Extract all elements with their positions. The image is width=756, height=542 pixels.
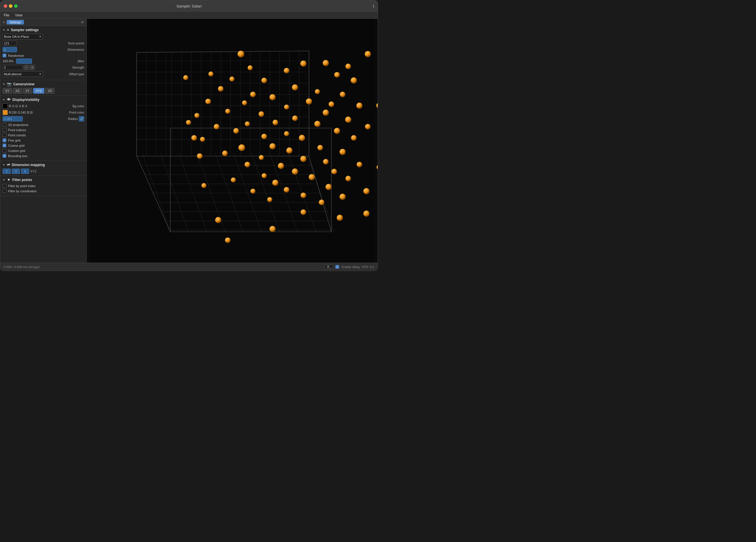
svg-point-66 [365, 51, 371, 57]
fine-grid-row: Fine grid [3, 138, 84, 142]
close-button[interactable] [4, 4, 7, 8]
point-coords-row: Point coords [3, 133, 84, 137]
svg-point-144 [225, 237, 230, 243]
timing-status: 0.000 / 0.000 ms (inf pps) [4, 265, 40, 269]
camera-icon: 📷 [7, 82, 12, 86]
jitter-row: 100.0% Jitter [3, 58, 84, 64]
1d-projections-row: 1D projections [3, 122, 84, 127]
strength-increase-button[interactable]: + [30, 65, 35, 70]
svg-point-91 [356, 103, 362, 109]
svg-point-86 [242, 100, 247, 105]
svg-point-106 [334, 128, 340, 134]
fps-label: FPS: 9.1 [362, 265, 374, 269]
custom-grid-checkbox[interactable] [3, 149, 6, 152]
svg-point-65 [237, 51, 244, 57]
close-tab-icon[interactable]: ✕ [81, 20, 84, 24]
svg-point-127 [331, 169, 337, 174]
svg-point-111 [200, 137, 205, 142]
strength-decrease-button[interactable]: − [24, 65, 29, 70]
point-coords-label: Point coords [8, 133, 26, 137]
jitter-label: Jitter [77, 59, 84, 63]
camera-zy-button[interactable]: ZY [23, 88, 32, 94]
dim-map-row: XYZ [3, 169, 84, 174]
point-coords-checkbox[interactable] [3, 133, 6, 137]
jitter-input[interactable] [16, 58, 32, 64]
svg-point-131 [231, 177, 236, 182]
sampler-settings-header[interactable]: ▼ ≡ Sampler settings [3, 28, 84, 32]
camera-view-header[interactable]: ▼ 📷 Camera/view [3, 82, 84, 86]
svg-point-75 [229, 76, 235, 82]
coarse-grid-checkbox[interactable] [3, 143, 6, 147]
svg-point-140 [267, 197, 273, 202]
dim2-input[interactable] [12, 169, 20, 174]
bg-color-row: R: 0 G: 0 B: 0 Bg color [3, 103, 84, 109]
camera-view-section: ▼ 📷 Camera/view XY XZ ZY XYZ 2D [0, 80, 86, 96]
menu-view[interactable]: View [14, 13, 24, 18]
dim3-input[interactable] [21, 169, 29, 174]
svg-point-100 [273, 120, 278, 125]
traffic-lights [4, 4, 18, 8]
sampler-settings-section: ▼ ≡ Sampler settings Bose OA In-Place ▼ … [0, 26, 86, 80]
bounding-box-checkbox[interactable] [3, 154, 6, 158]
filter-icon: ▼ [3, 21, 5, 24]
svg-point-126 [292, 168, 298, 174]
svg-point-123 [278, 163, 284, 169]
strength-input[interactable] [3, 65, 23, 70]
svg-point-113 [269, 143, 275, 149]
dimension-mapping-header[interactable]: ▼ ⇌ Dimension mapping [3, 163, 84, 167]
filter-by-coords-label: Filter by coordinates [8, 189, 37, 193]
strength-label: Strength [72, 66, 84, 69]
display-visibility-section: ▼ 👁 Display/visibility R: 0 G: 0 B: 0 Bg… [0, 96, 86, 161]
sampler-icon: ≡ [7, 28, 9, 32]
canvas-area[interactable] [87, 19, 378, 262]
info-icon[interactable]: ℹ [373, 4, 374, 8]
point-indices-checkbox[interactable] [3, 128, 6, 132]
display-visibility-header[interactable]: ▼ 👁 Display/visibility [3, 97, 84, 102]
eye-icon: 👁 [7, 97, 11, 102]
svg-point-125 [377, 165, 378, 170]
svg-point-147 [197, 153, 202, 159]
enable-idling-checkbox[interactable] [335, 265, 339, 269]
point-color-row: R:230 G:140 B:26 Point color [3, 110, 84, 115]
filter-by-coords-checkbox[interactable] [3, 189, 6, 193]
svg-point-124 [357, 162, 362, 167]
svg-point-92 [376, 103, 378, 108]
settings-tab[interactable]: Settings [7, 20, 24, 24]
num-points-input[interactable] [3, 41, 17, 46]
camera-2d-button[interactable]: 2D [45, 88, 54, 94]
radius-row: Radius 🔗 [3, 116, 84, 121]
terminal-button[interactable]: ⌘_ [325, 264, 333, 269]
bg-color-swatch[interactable] [3, 103, 8, 109]
dim1-input[interactable] [3, 169, 11, 174]
svg-point-94 [258, 111, 264, 117]
svg-point-69 [323, 60, 329, 66]
camera-xy-button[interactable]: XY [3, 88, 12, 94]
svg-point-112 [238, 144, 245, 151]
fine-grid-checkbox[interactable] [3, 138, 6, 142]
filter-points-header[interactable]: ▼ ▼ Filter points [3, 177, 84, 182]
camera-xz-button[interactable]: XZ [13, 88, 22, 94]
filter-by-index-checkbox[interactable] [3, 184, 6, 188]
svg-point-103 [365, 124, 371, 129]
radius-input[interactable] [3, 116, 23, 121]
sampler-type-dropdown[interactable]: Bose OA In-Place ▼ [3, 34, 43, 39]
menu-file[interactable]: File [3, 13, 10, 18]
point-color-swatch[interactable] [3, 110, 8, 115]
link-icon[interactable]: 🔗 [79, 116, 84, 121]
minimize-button[interactable] [9, 4, 12, 8]
dimensions-label: Dimensions [68, 48, 84, 51]
main-window: Samplin' Safari ℹ File View ▼ Settings ✕… [0, 0, 378, 271]
fine-grid-label: Fine grid [8, 139, 20, 142]
jitter-percent: 100.0% [3, 59, 13, 63]
svg-point-130 [345, 176, 351, 181]
svg-point-135 [284, 187, 289, 192]
svg-point-105 [233, 128, 239, 133]
maximize-button[interactable] [14, 4, 18, 8]
camera-xyz-button[interactable]: XYZ [33, 88, 44, 94]
projections-checkbox[interactable] [3, 123, 6, 126]
dimensions-input[interactable] [3, 47, 17, 52]
dropdown-arrow-icon: ▼ [39, 35, 41, 38]
randomize-checkbox[interactable] [3, 54, 6, 57]
filter-points-section: ▼ ▼ Filter points Filter by point index … [0, 176, 86, 196]
offset-type-dropdown[interactable]: Multi-jittered ▼ [3, 71, 43, 77]
